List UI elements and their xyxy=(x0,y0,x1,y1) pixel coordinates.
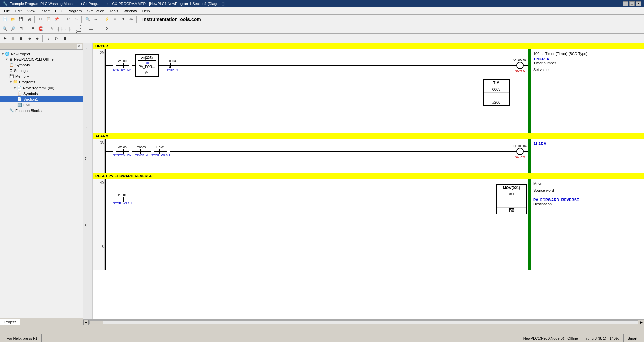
reset-c1-addr: I: 0.01 xyxy=(118,193,126,197)
tree-item-end[interactable]: 🔚 END xyxy=(0,102,83,108)
desc-panel-8 xyxy=(530,243,644,270)
tb-online[interactable]: ⚡ xyxy=(103,16,111,23)
fb-box-compare: >=(325) D0 PV_FOR... #4 xyxy=(135,54,159,77)
tree-item-symbols2[interactable]: 📋 Symbols xyxy=(0,91,83,96)
tb-monitor[interactable]: 👁 xyxy=(127,16,135,23)
desc-src-word: Source word xyxy=(533,188,641,192)
tb2-select[interactable]: ↖ xyxy=(48,25,56,33)
section-num-8: 8 xyxy=(85,224,87,228)
tree-item-newproject[interactable]: ▼ 🌐 NewProject xyxy=(0,51,83,57)
alarm-coil-addr: Q: 100.04 xyxy=(513,144,527,148)
tb3-e[interactable]: ⏭ xyxy=(34,35,41,42)
tb3-a[interactable]: ▶ xyxy=(1,35,9,42)
alarm-ladder-row: W0.00 SYSTEM_ON xyxy=(106,144,528,158)
menu-insert[interactable]: Insert xyxy=(38,8,52,14)
tb3-step[interactable]: ↓ xyxy=(45,35,52,42)
tree-label-memory: Memory xyxy=(15,74,29,78)
rung-dryer: DRYER 29 xyxy=(93,43,644,133)
menu-simulation[interactable]: Simulation xyxy=(84,8,107,14)
tb3-b[interactable]: ⏸ xyxy=(9,35,17,42)
tb2-nc[interactable]: ┤├ xyxy=(56,25,64,33)
tb-print[interactable]: 🖨 xyxy=(25,16,33,23)
tb-search[interactable]: 🔍 xyxy=(84,16,91,23)
tb-transfer[interactable]: ⬆ xyxy=(119,16,127,23)
tb-copy[interactable]: 📋 xyxy=(45,16,52,23)
tb-cut[interactable]: ✂ xyxy=(37,16,44,23)
minimize-button[interactable]: – xyxy=(623,1,628,6)
tb-replace[interactable]: ↔ xyxy=(92,16,99,23)
rung-num-reset: 40 xyxy=(93,179,105,243)
contact-addr-w0: W0.00 xyxy=(118,59,127,63)
tb2-grid[interactable]: ⊞ xyxy=(29,25,36,33)
tb-new[interactable]: 📄 xyxy=(1,16,9,23)
menu-program[interactable]: Program xyxy=(65,8,84,14)
tb3-c[interactable]: ⏹ xyxy=(17,35,25,42)
tb-open[interactable]: 📂 xyxy=(9,16,17,23)
tree-item-symbols[interactable]: 📋 Symbols xyxy=(0,62,83,68)
menu-view[interactable]: View xyxy=(24,8,38,14)
tb2-zoom-out[interactable]: 🔎 xyxy=(9,25,17,33)
scroll-track-h[interactable] xyxy=(89,320,638,324)
tb-paste[interactable]: 📌 xyxy=(53,16,60,23)
section-num-indicator: 5 xyxy=(85,46,87,50)
maximize-button[interactable]: □ xyxy=(629,1,635,6)
menu-edit[interactable]: Edit xyxy=(13,8,24,14)
h-scrollbar: ◀ ▶ xyxy=(83,319,644,325)
timer-block: TIM 0003 #200 xyxy=(483,79,510,106)
close-button[interactable]: ✕ xyxy=(636,1,641,6)
desc-timer-num-label: Timer number xyxy=(533,61,641,65)
tb2-coil[interactable]: —( )— xyxy=(76,25,83,33)
menu-file[interactable]: File xyxy=(1,8,13,14)
rung-dryer-label: DRYER xyxy=(95,44,108,48)
tree-view: ▼ 🌐 NewProject ▼ 🖥 NewPLC1[CP1L] Offline… xyxy=(0,50,83,318)
project-tab[interactable]: Project xyxy=(0,319,20,325)
tree-item-settings[interactable]: ⚙ Settings xyxy=(0,68,83,73)
timer-spacer xyxy=(484,93,509,99)
mov-dst: D0 xyxy=(497,208,526,214)
panel-close[interactable]: ✕ xyxy=(77,44,82,49)
tree-item-newplc1[interactable]: ▼ 🖥 NewPLC1[CP1L] Offline xyxy=(0,57,83,62)
desc-dst-label: Destination xyxy=(533,202,641,206)
contact-alarm-stopwash: I: 0.01 STOP_WASH xyxy=(151,146,170,157)
reset-c1-name: STOP_WASH xyxy=(113,202,132,205)
tree-item-funcblocks[interactable]: 🔧 Function Blocks xyxy=(0,108,83,113)
tree-item-section1[interactable]: 📄 Section1 xyxy=(0,96,83,102)
diagram-area[interactable]: 5 6 7 8 DRYER 29 xyxy=(83,43,644,325)
desc-timer4-name: TIMER_4 xyxy=(533,57,641,61)
tree-item-programs[interactable]: ▼ 📁 Programs xyxy=(0,79,83,85)
left-panel: ⠿ ✕ ▼ 🌐 NewProject ▼ 🖥 NewPLC1[CP1L] Off… xyxy=(0,43,83,325)
alarm-c2-addr: T0003 xyxy=(137,146,146,149)
scroll-left[interactable]: ◀ xyxy=(83,320,89,325)
status-mode: Smart xyxy=(624,334,641,342)
rung-reset-pv: RESET PV FORWARD REVERSE 40 xyxy=(93,173,644,243)
tb2-del-wire[interactable]: ✕ xyxy=(103,25,111,33)
menu-plc[interactable]: PLC xyxy=(52,8,65,14)
scroll-right[interactable]: ▶ xyxy=(639,320,644,325)
rung-reset-label: RESET PV FORWARD REVERSE xyxy=(95,174,152,178)
tb2-zoom-in[interactable]: 🔍 xyxy=(1,25,9,33)
mov-title: MOV(021) xyxy=(497,185,526,191)
reset-ladder-row: I: 0.01 STOP_WASH xyxy=(106,184,528,214)
tb-offline[interactable]: ⭘ xyxy=(111,16,119,23)
tb2-no[interactable]: ┤ ├ xyxy=(64,25,72,33)
tb-save[interactable]: 💾 xyxy=(17,16,25,23)
tb3-pause[interactable]: ⏸ xyxy=(61,35,68,42)
tb-redo[interactable]: ↪ xyxy=(72,16,80,23)
menu-tools[interactable]: Tools xyxy=(107,8,121,14)
fb-d0: D0 xyxy=(138,61,156,65)
menu-window[interactable]: Window xyxy=(121,8,140,14)
tree-item-memory[interactable]: 💾 Memory xyxy=(0,73,83,79)
menu-help[interactable]: Help xyxy=(140,8,153,14)
tree-label-sec1: Section1 xyxy=(23,97,38,101)
tb-undo[interactable]: ↩ xyxy=(64,16,72,23)
tree-item-newprogram1[interactable]: ▼ 📄 NewProgram1 (00) xyxy=(0,85,83,91)
fb-title: >=(325) xyxy=(138,56,156,61)
tb3-d[interactable]: ⏮ xyxy=(25,35,33,42)
tb2-wire-h[interactable]: — xyxy=(87,25,95,33)
tb2-wire-v[interactable]: | xyxy=(95,25,103,33)
tb3-run[interactable]: ▷ xyxy=(53,35,60,42)
rung-reset-draw: I: 0.01 STOP_WASH xyxy=(105,179,530,243)
tb2-zoom-fit[interactable]: ⊡ xyxy=(17,25,25,33)
scroll-thumb-h[interactable] xyxy=(90,321,103,324)
tb2-snap[interactable]: 🧲 xyxy=(37,25,44,33)
